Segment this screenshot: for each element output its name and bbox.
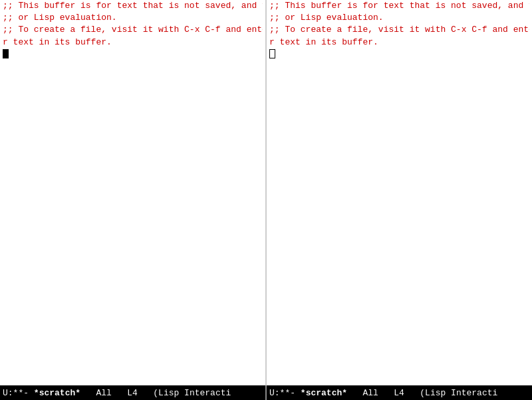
modeline-left-status: U:**- bbox=[3, 388, 29, 398]
right-line-3: ;; To create a file, visit it with C-x C… bbox=[269, 24, 529, 36]
modeline-right: U:**- *scratch* All L4 (Lisp Interacti bbox=[267, 388, 532, 398]
right-cursor-line bbox=[269, 49, 529, 60]
modeline-right-spacer4 bbox=[404, 388, 420, 398]
left-line-3: ;; To create a file, visit it with C-x C… bbox=[3, 24, 263, 36]
modeline-left-mode: (Lisp Interacti bbox=[153, 388, 231, 398]
modeline-right-mode: (Lisp Interacti bbox=[420, 388, 497, 398]
right-cursor bbox=[269, 49, 275, 58]
modeline-right-spacer2 bbox=[347, 388, 362, 398]
right-line-1: ;; This buffer is for text that is not s… bbox=[269, 0, 529, 12]
modeline-right-spacer1 bbox=[295, 388, 301, 398]
modeline-left-spacer4 bbox=[138, 388, 153, 398]
modeline-left-spacer3 bbox=[112, 388, 127, 398]
modeline: U:**- *scratch* All L4 (Lisp Interacti U… bbox=[0, 385, 532, 400]
right-line-2: ;; or Lisp evaluation. bbox=[269, 12, 529, 24]
modeline-right-line: L4 bbox=[394, 388, 404, 398]
right-pane[interactable]: ;; This buffer is for text that is not s… bbox=[267, 0, 532, 385]
modeline-left-spacer2 bbox=[80, 388, 96, 398]
left-pane[interactable]: ;; This buffer is for text that is not s… bbox=[0, 0, 265, 385]
modeline-right-position: All bbox=[362, 388, 378, 398]
modeline-right-buffer: *scratch* bbox=[301, 388, 347, 398]
modeline-left-buffer: *scratch* bbox=[34, 388, 80, 398]
editor-area: ;; This buffer is for text that is not s… bbox=[0, 0, 532, 385]
left-line-2: ;; or Lisp evaluation. bbox=[3, 12, 263, 24]
left-line-1: ;; This buffer is for text that is not s… bbox=[3, 0, 263, 12]
modeline-right-spacer3 bbox=[378, 388, 394, 398]
modeline-left-spacer1 bbox=[29, 388, 34, 398]
modeline-left-line: L4 bbox=[127, 388, 138, 398]
left-cursor-line bbox=[3, 49, 263, 60]
modeline-left: U:**- *scratch* All L4 (Lisp Interacti bbox=[0, 388, 265, 398]
modeline-left-position: All bbox=[96, 388, 111, 398]
right-line-4: r text in its buffer. bbox=[269, 37, 529, 49]
left-line-4: r text in its buffer. bbox=[3, 37, 263, 49]
left-cursor bbox=[3, 49, 9, 58]
modeline-right-status: U:**- bbox=[269, 388, 295, 398]
